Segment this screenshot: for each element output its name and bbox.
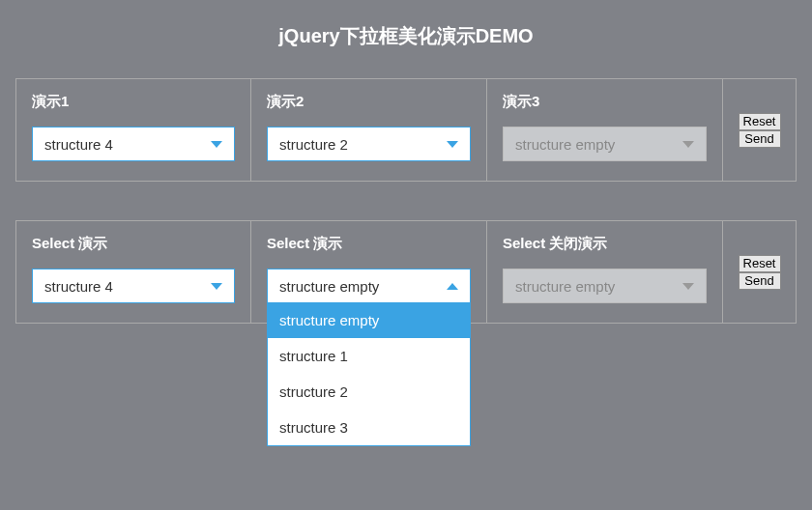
select-cell-3: Select 关闭演示 structure empty [487, 220, 723, 324]
demo-cell-2: 演示2 structure 2 [251, 78, 487, 182]
dropdown-select3-disabled: structure empty [503, 269, 707, 303]
chevron-down-icon [211, 141, 222, 148]
send-button[interactable]: Send [739, 272, 781, 290]
dropdown-option[interactable]: structure 3 [268, 410, 470, 445]
actions-cell: Reset Send [723, 78, 797, 182]
dropdown-option[interactable]: structure empty [268, 302, 470, 338]
chevron-up-icon [447, 283, 458, 290]
page-title: jQuery下拉框美化演示DEMO [15, 23, 797, 49]
demo-label: 演示3 [503, 93, 707, 111]
dropdown-demo2[interactable]: structure 2 [267, 127, 471, 161]
dropdown-option[interactable]: structure 1 [268, 338, 470, 374]
dropdown-value: structure 2 [279, 136, 447, 153]
dropdown-value: structure empty [515, 136, 682, 153]
dropdown-select1[interactable]: structure 4 [32, 269, 235, 303]
dropdown-value: structure 4 [44, 278, 211, 295]
dropdown-option[interactable]: structure 2 [268, 374, 470, 410]
reset-button[interactable]: Reset [739, 113, 781, 130]
select-cell-2: Select 演示 structure empty structure empt… [251, 220, 487, 324]
demo-label: 演示1 [32, 93, 235, 111]
dropdown-value: structure 4 [44, 136, 211, 153]
dropdown-demo3-disabled: structure empty [503, 127, 707, 161]
demo-cell-1: 演示1 structure 4 [15, 78, 251, 182]
dropdown-select2-open[interactable]: structure empty structure empty structur… [267, 269, 471, 303]
demo-label: 演示2 [267, 93, 471, 111]
demo-cell-3: 演示3 structure empty [487, 78, 723, 182]
select-cell-1: Select 演示 structure 4 [15, 220, 251, 324]
chevron-down-icon [211, 283, 222, 290]
reset-button[interactable]: Reset [739, 255, 781, 272]
chevron-down-icon [682, 141, 694, 148]
dropdown-demo1[interactable]: structure 4 [32, 127, 235, 161]
dropdown-options-list: structure empty structure 1 structure 2 … [267, 302, 471, 446]
dropdown-value: structure empty [515, 278, 682, 295]
dropdown-value: structure empty [279, 278, 447, 295]
demo-row-2: Select 演示 structure 4 Select 演示 structur… [15, 220, 797, 324]
select-label: Select 演示 [32, 235, 235, 253]
select-label: Select 关闭演示 [503, 235, 707, 253]
demo-row-1: 演示1 structure 4 演示2 structure 2 演示3 stru… [15, 78, 797, 182]
chevron-down-icon [447, 141, 458, 148]
actions-cell: Reset Send [723, 220, 797, 324]
chevron-down-icon [682, 283, 694, 290]
send-button[interactable]: Send [739, 130, 781, 148]
select-label: Select 演示 [267, 235, 471, 253]
